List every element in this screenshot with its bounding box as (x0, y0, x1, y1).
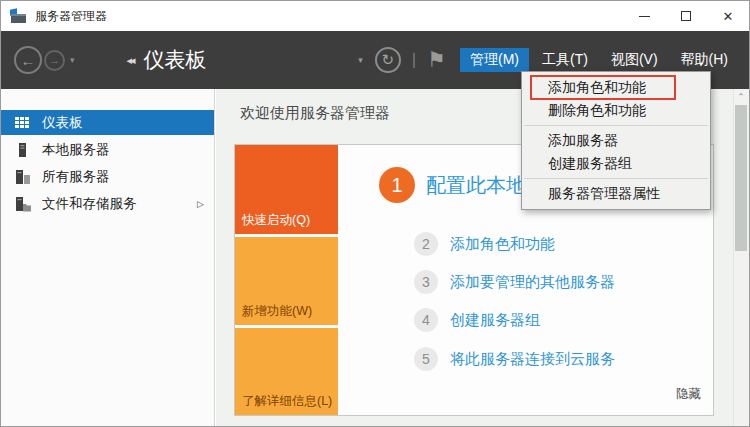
scroll-up-arrow-icon[interactable]: ⌃ (734, 89, 748, 105)
back-icon: ← (21, 52, 36, 69)
vertical-scrollbar[interactable]: ⌃ (733, 89, 748, 426)
forward-icon: → (49, 54, 60, 66)
learn-more-tile[interactable]: 了解详细信息(L) (235, 328, 338, 415)
menu-help[interactable]: 帮助(H) (671, 48, 738, 72)
sidebar-item-label: 本地服务器 (42, 141, 110, 159)
sidebar: 仪表板 本地服务器 所有服务器 文件和存储服务 (1, 89, 215, 426)
menu-item-add-roles-features[interactable]: 添加角色和功能 (522, 76, 710, 99)
back-button[interactable]: ← (14, 46, 42, 74)
titlebar: 服务器管理器 ✕ (1, 1, 749, 31)
sidebar-item-dashboard[interactable]: 仪表板 (1, 110, 214, 135)
step-create-server-group[interactable]: 4 创建服务器组 (414, 308, 540, 332)
quick-start-tile[interactable]: 快速启动(Q) (235, 145, 338, 234)
server-manager-window: 服务器管理器 ✕ ← → ▾ ◂◂ 仪表板 ▾ ↻ | ⚑ 管理(M) 工具(T… (0, 0, 750, 427)
step-add-other-servers[interactable]: 3 添加要管理的其他服务器 (414, 270, 615, 294)
tile-label: 了解详细信息(L) (242, 393, 332, 410)
notifications-flag-icon[interactable]: ⚑ (427, 48, 446, 72)
navbar-right: ▾ ↻ | ⚑ 管理(M) 工具(T) 视图(V) 帮助(H) (358, 47, 741, 73)
sidebar-item-label: 仪表板 (42, 114, 83, 132)
step-link[interactable]: 创建服务器组 (450, 311, 540, 330)
refresh-button[interactable]: ↻ (375, 47, 401, 73)
refresh-caret-icon[interactable]: ▾ (358, 55, 363, 65)
navbar-divider: | (412, 50, 416, 70)
menu-separator (524, 125, 708, 126)
sidebar-item-label: 文件和存储服务 (42, 195, 137, 213)
dashboard-grid-icon (14, 115, 31, 131)
scrollbar-thumb[interactable] (735, 105, 747, 251)
hide-link[interactable]: 隐藏 (676, 386, 701, 403)
menu-item-server-manager-properties[interactable]: 服务器管理器属性 (522, 182, 710, 205)
step-number-badge: 5 (414, 347, 438, 371)
manage-dropdown-menu: 添加角色和功能 删除角色和功能 添加服务器 创建服务器组 服务器管理器属性 (521, 71, 711, 210)
maximize-button[interactable] (665, 1, 707, 31)
step-link[interactable]: 将此服务器连接到云服务 (450, 350, 615, 369)
welcome-heading: 欢迎使用服务器管理器 (240, 104, 390, 123)
step-number-badge: 4 (414, 308, 438, 332)
step-link[interactable]: 添加角色和功能 (450, 235, 555, 254)
file-storage-icon (14, 196, 31, 212)
server-manager-app-icon (10, 9, 27, 24)
tile-column: 快速启动(Q) 新增功能(W) 了解详细信息(L) (235, 145, 338, 415)
step-number-badge: 3 (414, 270, 438, 294)
menu-tools[interactable]: 工具(T) (532, 48, 598, 72)
menu-view[interactable]: 视图(V) (601, 48, 668, 72)
tile-label: 新增功能(W) (242, 303, 312, 320)
window-title: 服务器管理器 (35, 8, 107, 25)
local-server-icon (14, 142, 31, 158)
step-add-roles-features[interactable]: 2 添加角色和功能 (414, 232, 555, 256)
step-number-badge: 1 (379, 167, 415, 203)
minimize-button[interactable] (623, 1, 665, 31)
forward-button[interactable]: → (44, 50, 65, 71)
step-link[interactable]: 添加要管理的其他服务器 (450, 273, 615, 292)
menubar: 管理(M) 工具(T) 视图(V) 帮助(H) (460, 48, 741, 72)
step-number-badge: 2 (414, 232, 438, 256)
menu-item-add-servers[interactable]: 添加服务器 (522, 129, 710, 152)
sidebar-item-file-storage-services[interactable]: 文件和存储服务 ▷ (1, 191, 214, 216)
step-connect-cloud-services[interactable]: 5 将此服务器连接到云服务 (414, 347, 615, 371)
tile-label: 快速启动(Q) (242, 212, 310, 229)
menu-item-create-server-group[interactable]: 创建服务器组 (522, 152, 710, 175)
window-controls: ✕ (623, 1, 749, 31)
sidebar-item-label: 所有服务器 (42, 168, 110, 186)
menu-separator (524, 178, 708, 179)
all-servers-icon (14, 169, 31, 185)
history-caret-icon[interactable]: ▾ (70, 55, 75, 65)
breadcrumb-dashboard: 仪表板 (144, 46, 207, 74)
whats-new-tile[interactable]: 新增功能(W) (235, 237, 338, 325)
sidebar-item-local-server[interactable]: 本地服务器 (1, 137, 214, 162)
sidebar-item-all-servers[interactable]: 所有服务器 (1, 164, 214, 189)
menu-item-remove-roles-features[interactable]: 删除角色和功能 (522, 99, 710, 122)
refresh-icon: ↻ (381, 51, 394, 69)
expand-arrow-icon[interactable]: ▷ (197, 199, 204, 209)
menu-manage[interactable]: 管理(M) (460, 48, 529, 72)
collapse-pane-icon[interactable]: ◂◂ (127, 54, 134, 67)
close-button[interactable]: ✕ (707, 1, 749, 31)
